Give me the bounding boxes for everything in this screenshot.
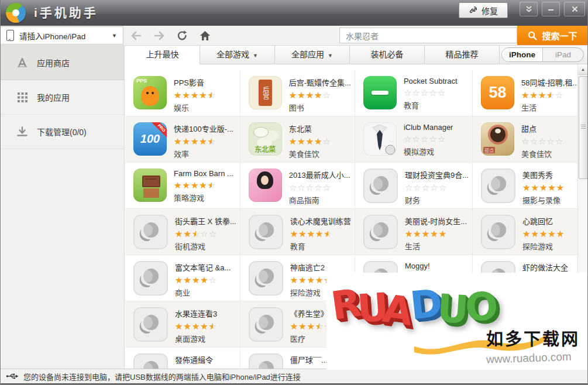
app-info: 甜点☆☆☆☆☆★★★★★美食佳饮 [521, 122, 563, 162]
app-cell[interactable]: 水果连连看3☆☆☆☆☆★★★★★桌面游戏 [125, 301, 240, 348]
default-app-icon [481, 169, 515, 203]
app-cell[interactable]: 富文本笔记 &a...☆☆☆☆☆★★★★★商业 [125, 255, 240, 301]
rating-stars: ☆☆☆☆☆★★★★★ [174, 136, 216, 147]
collapse-menu-button[interactable] [520, 2, 538, 16]
tab-all-apps[interactable]: 全部应用▼ [275, 46, 350, 64]
app-category: 探险游戏 [522, 240, 565, 252]
app-info: 水果连连看3☆☆☆☆☆★★★★★桌面游戏 [175, 307, 217, 347]
default-app-icon [249, 261, 283, 295]
download-icon [16, 126, 28, 138]
app-name: 心跳回忆 [522, 215, 565, 226]
sidebar-item-app-store[interactable]: 应用商店 [0, 46, 124, 80]
app-info: 街头霸王 X 铁拳...☆☆☆☆☆★★★★★街机游戏 [175, 215, 236, 255]
app-cell[interactable]: 甜点甜点☆☆☆☆☆★★★★★美食佳饮 [473, 116, 577, 163]
app-category: 桌面游戏 [175, 333, 217, 344]
app-name: Moggy! [405, 262, 430, 270]
app-category: 教育 [290, 240, 351, 252]
app-name: 神庙逃亡2 [290, 262, 332, 273]
default-app-icon [363, 215, 398, 249]
usb-icon [6, 373, 19, 380]
rating-stars: ☆☆☆☆☆★★★★★ [174, 180, 216, 191]
repair-label: 修复 [482, 5, 498, 16]
watermark-site-name: 如多下载网 [486, 325, 580, 350]
rating-stars: ☆☆☆☆☆★★★★★ [289, 90, 331, 101]
app-cell[interactable]: 心跳回忆☆☆☆☆☆★★★★★探险游戏 [473, 209, 577, 255]
tab-rising-fast[interactable]: 上升最快 [125, 46, 200, 64]
app-category: 图书 [289, 102, 351, 113]
home-button[interactable] [198, 29, 211, 42]
tab-essentials[interactable]: 装机必备 [350, 46, 425, 64]
app-category: 商品指南 [289, 194, 350, 205]
tab-all-games[interactable]: 全部游戏▼ [200, 46, 275, 64]
chevron-down-icon: ▼ [112, 33, 117, 39]
forward-button[interactable] [153, 29, 166, 42]
watermark: RUADUO 如多下载网 www.ruaduo.com [326, 273, 588, 370]
app-cell[interactable]: Pocket Subtract☆☆☆☆☆★★★★★教育 [355, 70, 473, 116]
app-cell[interactable]: 美图秀秀☆☆☆☆☆★★★★★摄影与录像 [473, 163, 577, 209]
app-category: 策略游戏 [174, 192, 233, 203]
watermark-site-url: www.ruaduo.com [486, 350, 580, 366]
rating-stars: ☆☆☆☆☆★★★★★ [289, 182, 331, 193]
status-message: 您的设备尚未连接到电脑，请把USB数据线的两端插入电脑和iPhone/iPad进… [23, 371, 301, 382]
search-button-label: 搜索一下 [542, 29, 577, 42]
app-name: 發佈通緝令 [175, 354, 213, 365]
app-cell[interactable]: PPSPPS影音☆☆☆☆☆★★★★★娱乐 [125, 70, 240, 116]
app-cell[interactable]: 美丽说-时尚女生...☆☆☆☆☆★★★★★生活 [355, 209, 473, 255]
arrow-right-icon [153, 30, 165, 41]
app-info: 僵尸球¯¯... [290, 353, 328, 369]
watermark-site-info: 如多下载网 www.ruaduo.com [486, 325, 580, 365]
tab-label: 上升最快 [146, 50, 179, 59]
app-category: 美食佳饮 [521, 148, 563, 159]
app-name: 美丽说-时尚女生... [405, 215, 467, 226]
app-logo-icon [6, 3, 26, 23]
app-cell[interactable]: 發佈通緝令 [125, 348, 240, 369]
minimize-button[interactable] [542, 2, 560, 16]
toggle-iphone[interactable]: iPhone [502, 48, 543, 61]
watermark-logo-text: RUADUO [331, 281, 494, 326]
toolbar: 请插入iPhone/iPad ▼ [0, 26, 588, 46]
app-name: Pocket Subtract [404, 77, 458, 85]
rating-stars: ☆☆☆☆☆★★★★★ [522, 228, 565, 239]
chevron-down-icon: ▼ [253, 53, 258, 59]
refresh-button[interactable] [176, 29, 188, 42]
app-category: 教育 [404, 99, 458, 111]
app-category: 街机游戏 [175, 240, 236, 252]
app-cell[interactable]: 2013最新成人小...☆☆☆☆☆★★★★★商品指南 [240, 163, 355, 209]
sidebar-item-downloads[interactable]: 下载管理(0/0) [0, 115, 124, 149]
scroll-up-button[interactable]: ▲ [578, 64, 588, 75]
search-button[interactable]: 搜索一下 [517, 26, 588, 45]
app-cell[interactable]: 读心术魔鬼训练营☆☆☆☆☆★★★★★教育 [240, 209, 355, 255]
scrollbar-thumb[interactable] [579, 76, 588, 179]
app-cell[interactable]: 5858同城-招聘,租...☆☆☆☆☆★★★★★生活 [473, 70, 577, 116]
back-button[interactable] [130, 29, 143, 42]
app-cell[interactable]: Farm Box Barn ...☆☆☆☆☆★★★★★策略游戏 [125, 163, 240, 209]
app-name: 东北菜 [289, 123, 331, 134]
search-box [339, 28, 517, 43]
app-info: PPS影音☆☆☆☆☆★★★★★娱乐 [174, 76, 216, 116]
tab-label: 精品推荐 [446, 50, 479, 59]
device-selector[interactable]: 请插入iPhone/iPad ▼ [0, 26, 123, 44]
app-name: 街头霸王 X 铁拳... [175, 215, 236, 226]
app-cell[interactable]: 后宫后宫-甄嬛传全集...☆☆☆☆☆★★★★★图书 [240, 70, 355, 116]
device-type-toggle: iPhone iPad [501, 47, 584, 62]
app-category: 财务 [405, 194, 469, 205]
app-cell[interactable]: 东北菜东北菜☆☆☆☆☆★★★★★美食佳饮 [240, 116, 355, 163]
app-cell[interactable]: 街头霸王 X 铁拳...☆☆☆☆☆★★★★★街机游戏 [125, 209, 240, 255]
repair-button[interactable]: 修复 [459, 2, 508, 18]
app-cell[interactable]: 理财投资宝典9合...☆☆☆☆☆★★★★★财务 [355, 163, 473, 209]
app-cell[interactable]: iClub Manager☆☆☆☆☆★★★★★模拟游戏 [355, 116, 473, 163]
tab-featured[interactable]: 精品推荐 [425, 46, 500, 64]
home-icon [200, 30, 211, 41]
close-button[interactable] [564, 2, 585, 16]
titlebar: i手机助手 修复 [0, 0, 588, 26]
sidebar-item-my-apps[interactable]: 我的应用 [0, 80, 124, 115]
app-info: 2013最新成人小...☆☆☆☆☆★★★★★商品指南 [289, 169, 350, 208]
search-input[interactable] [340, 28, 517, 43]
rating-stars: ☆☆☆☆☆★★★★★ [405, 228, 447, 239]
rating-stars: ☆☆☆☆☆★★★★★ [522, 182, 565, 193]
rating-stars: ☆☆☆☆☆★★★★★ [290, 228, 332, 239]
app-category: 生活 [521, 102, 577, 113]
app-cell[interactable]: 100PRO快递100专业版-...☆☆☆☆☆★★★★★效率 [125, 116, 240, 163]
toggle-ipad[interactable]: iPad [543, 48, 583, 61]
sidebar-item-label: 应用商店 [37, 57, 70, 68]
